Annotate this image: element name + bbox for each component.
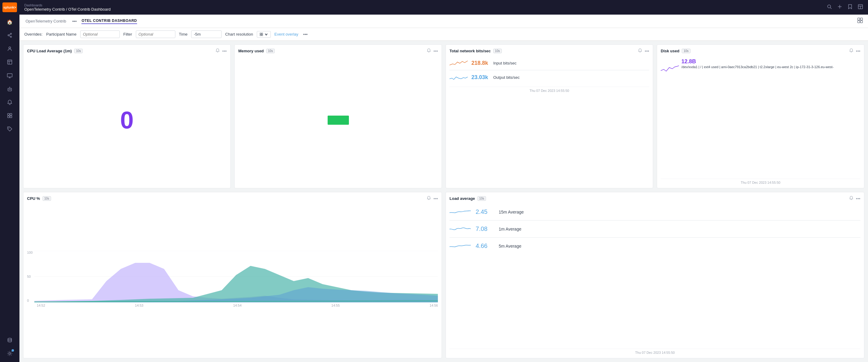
sidebar-item-database[interactable]: [4, 334, 16, 346]
network-output-row: 23.03k Output bits/sec: [450, 70, 649, 84]
disk-more-icon[interactable]: •••: [856, 49, 860, 54]
overrides-label: Overrides:: [24, 32, 42, 36]
disk-actions: •••: [849, 48, 860, 54]
filter-input[interactable]: [136, 30, 175, 38]
subnav-item[interactable]: OpenTelemetry Contrib: [24, 19, 67, 23]
disk-footer: Thu 07 Dec 2023 14:55:50: [661, 178, 860, 184]
load-1m-sparkline: [450, 224, 471, 234]
svg-rect-34: [860, 21, 863, 23]
svg-rect-36: [262, 33, 263, 34]
load-1m-value: 7.08: [476, 225, 494, 232]
svg-point-21: [8, 128, 9, 129]
svg-rect-12: [8, 88, 11, 91]
svg-rect-20: [10, 116, 12, 118]
app-logo[interactable]: splunk>: [2, 2, 17, 12]
disk-title: Disk used: [661, 49, 679, 53]
cpu-load-title: CPU Load Average (1m): [27, 49, 72, 53]
cpu-load-badge: 10s: [74, 49, 83, 53]
time-input[interactable]: [191, 30, 222, 38]
disk-bell-icon[interactable]: [849, 48, 854, 54]
cpu-percent-title: CPU %: [27, 196, 40, 201]
panel-toggle-icon[interactable]: [857, 19, 863, 25]
topbar: Dashboards OpenTelemetry Contrib / OTel …: [20, 0, 868, 15]
svg-rect-17: [8, 113, 9, 115]
svg-rect-31: [858, 18, 860, 20]
disk-sparkline: [661, 58, 679, 74]
svg-rect-38: [262, 34, 263, 35]
cpu-load-content: 0: [27, 56, 227, 184]
load-5m-row: 4.66 5m Average: [450, 238, 860, 254]
svg-rect-6: [8, 60, 12, 64]
sidebar-item-monitor[interactable]: [4, 69, 16, 82]
logo-text: splunk>: [3, 5, 16, 9]
sidebar-item-home[interactable]: 🏠: [4, 16, 16, 28]
svg-point-14: [10, 89, 11, 90]
load-5m-sparkline: [450, 241, 471, 251]
filter-label: Filter: [123, 32, 132, 36]
bookmark-icon[interactable]: [847, 4, 853, 11]
svg-point-0: [8, 35, 9, 36]
y-label-0: 0: [27, 299, 33, 302]
subnav-dots[interactable]: •••: [72, 19, 77, 24]
sidebar-item-grid[interactable]: [4, 110, 16, 122]
event-overlay-button[interactable]: Event overlay: [274, 32, 299, 36]
load-5m-value: 4.66: [476, 243, 494, 249]
svg-line-3: [9, 34, 10, 35]
svg-point-2: [10, 36, 11, 37]
memory-title: Memory used: [238, 49, 264, 53]
sidebar: splunk> 🏠: [0, 0, 20, 362]
sidebar-item-graph[interactable]: [4, 29, 16, 41]
network-input-label: Input bits/sec: [493, 61, 517, 65]
cpu-chart-svg: [34, 251, 438, 302]
network-more-icon[interactable]: •••: [645, 49, 649, 54]
load-average-more-icon[interactable]: •••: [856, 196, 860, 201]
memory-header: Memory used 10s •••: [238, 48, 438, 54]
participant-name-input[interactable]: [80, 30, 120, 38]
network-header: Total network bits/sec 10s •••: [450, 48, 649, 54]
load-15m-row: 2.45 15m Average: [450, 203, 860, 220]
cpu-load-bell-icon[interactable]: [215, 48, 220, 54]
y-axis: 100 50 0: [27, 251, 34, 302]
svg-point-1: [10, 33, 11, 34]
active-tab[interactable]: OTEL CONTRIB DASHBOARD: [82, 19, 137, 24]
svg-point-22: [8, 338, 11, 340]
network-output-label: Output bits/sec: [493, 75, 520, 80]
load-average-footer: Thu 07 Dec 2023 14:55:50: [450, 349, 860, 354]
sidebar-item-bell[interactable]: [4, 96, 16, 108]
memory-bell-icon[interactable]: [427, 48, 431, 54]
cpu-percent-more-icon[interactable]: •••: [433, 196, 438, 201]
chart-resolution-select[interactable]: [257, 31, 271, 38]
disk-content: 12.8B /dev/xvda1 | / | ext4 used | ami-0…: [661, 56, 860, 176]
svg-point-5: [9, 47, 11, 49]
search-icon[interactable]: [827, 4, 832, 11]
load-15m-sparkline: [450, 206, 471, 217]
filterbar-more-button[interactable]: •••: [303, 32, 308, 37]
memory-actions: •••: [427, 48, 438, 54]
sidebar-item-tag[interactable]: [4, 123, 16, 135]
svg-rect-35: [260, 33, 261, 34]
network-input-sparkline: [450, 58, 468, 67]
network-bell-icon[interactable]: [638, 48, 642, 54]
network-panel: Total network bits/sec 10s ••• 218.8k In…: [445, 45, 653, 188]
sidebar-item-robot[interactable]: [4, 83, 16, 95]
sidebar-item-settings[interactable]: [4, 347, 16, 360]
svg-point-16: [9, 87, 10, 87]
breadcrumb: Dashboards: [24, 3, 111, 7]
x-label-1456: 14:56: [429, 304, 438, 307]
disk-info: 12.8B /dev/xvda1 | / | ext4 used | ami-0…: [681, 58, 834, 69]
add-icon[interactable]: [837, 4, 842, 11]
cpu-load-more-icon[interactable]: •••: [222, 49, 227, 54]
memory-more-icon[interactable]: •••: [433, 49, 438, 54]
cpu-load-header: CPU Load Average (1m) 10s •••: [27, 48, 227, 54]
layout-icon[interactable]: [858, 4, 863, 11]
load-1m-label: 1m Average: [499, 227, 521, 231]
main-content: Dashboards OpenTelemetry Contrib / OTel …: [20, 0, 868, 362]
memory-bar: [328, 116, 349, 125]
network-title: Total network bits/sec: [450, 49, 491, 53]
cpu-percent-bell-icon[interactable]: [427, 196, 431, 201]
network-output-value: 23.03k: [471, 74, 490, 81]
sidebar-item-table[interactable]: [4, 56, 16, 68]
sidebar-item-people[interactable]: [4, 43, 16, 55]
load-average-bell-icon[interactable]: [849, 196, 854, 201]
disk-header: Disk used 10s •••: [661, 48, 860, 54]
